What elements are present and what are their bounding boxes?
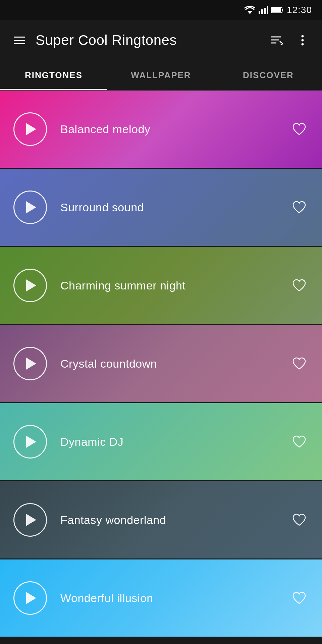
ringtone-name: Crystal countdown <box>60 357 276 370</box>
status-bar: 12:30 <box>0 0 322 20</box>
play-icon <box>26 436 36 448</box>
play-icon <box>26 592 36 604</box>
svg-rect-7 <box>272 8 281 12</box>
ringtone-name: Surround sound <box>60 201 276 214</box>
heart-icon <box>292 591 307 605</box>
svg-point-13 <box>302 43 304 46</box>
hamburger-icon <box>14 37 25 44</box>
status-icons: 12:30 <box>245 5 312 15</box>
svg-point-11 <box>302 35 304 38</box>
play-button[interactable] <box>13 112 47 146</box>
heart-icon <box>292 200 307 215</box>
ringtone-item[interactable]: Crystal countdown <box>0 325 322 402</box>
ringtone-item[interactable]: Wonderful illusion <box>0 559 322 637</box>
sort-icon <box>271 36 283 45</box>
svg-point-12 <box>302 39 304 42</box>
play-button[interactable] <box>13 425 47 459</box>
play-button[interactable] <box>13 347 47 380</box>
ringtone-item[interactable]: Surround sound <box>0 169 322 246</box>
svg-rect-4 <box>267 6 268 14</box>
svg-rect-2 <box>261 9 263 14</box>
hamburger-menu-button[interactable] <box>10 31 29 50</box>
play-button[interactable] <box>13 269 47 302</box>
signal-icon <box>259 6 268 14</box>
app-bar: Super Cool Ringtones <box>0 20 322 60</box>
ringtone-name: Fantasy wonderland <box>60 514 276 527</box>
favorite-button[interactable] <box>290 511 309 529</box>
play-icon <box>26 123 36 135</box>
wifi-icon <box>245 6 255 14</box>
play-icon <box>26 514 36 526</box>
favorite-button[interactable] <box>290 589 309 607</box>
svg-rect-6 <box>282 9 283 11</box>
ringtone-item[interactable]: Fantasy wonderland <box>0 481 322 558</box>
ringtone-name: Dynamic DJ <box>60 435 276 448</box>
play-button[interactable] <box>13 503 47 537</box>
ringtone-item[interactable]: Balanced melody <box>0 91 322 168</box>
app-title: Super Cool Ringtones <box>36 32 261 48</box>
more-options-button[interactable] <box>293 31 312 50</box>
svg-rect-1 <box>259 11 260 14</box>
heart-icon <box>292 122 307 137</box>
play-icon <box>26 279 36 291</box>
play-icon <box>26 358 36 370</box>
status-time: 12:30 <box>287 5 312 15</box>
tab-wallpaper[interactable]: WALLPAPER <box>107 60 215 90</box>
ringtone-name: Balanced melody <box>60 123 276 136</box>
battery-icon <box>271 7 283 13</box>
ringtone-item[interactable]: Dynamic DJ <box>0 403 322 480</box>
heart-icon <box>292 356 307 371</box>
heart-icon <box>292 513 307 527</box>
tab-discover[interactable]: DISCOVER <box>215 60 322 90</box>
heart-icon <box>292 278 307 293</box>
favorite-button[interactable] <box>290 432 309 451</box>
ringtone-item[interactable]: Charming summer night <box>0 247 322 324</box>
ringtone-name: Charming summer night <box>60 279 276 292</box>
favorite-button[interactable] <box>290 120 309 139</box>
favorite-button[interactable] <box>290 354 309 373</box>
tab-bar: RINGTONES WALLPAPER DISCOVER <box>0 60 322 91</box>
play-icon <box>26 201 36 213</box>
ringtone-list: Balanced melody Surround sound Charming … <box>0 91 322 637</box>
favorite-button[interactable] <box>290 276 309 295</box>
heart-icon <box>292 434 307 449</box>
sort-button[interactable] <box>268 31 286 50</box>
svg-rect-3 <box>264 8 266 14</box>
play-button[interactable] <box>13 191 47 224</box>
more-vertical-icon <box>301 35 305 46</box>
play-button[interactable] <box>13 581 47 615</box>
tab-ringtones[interactable]: RINGTONES <box>0 60 107 90</box>
svg-marker-0 <box>247 11 253 14</box>
ringtone-name: Wonderful illusion <box>60 592 276 605</box>
favorite-button[interactable] <box>290 198 309 217</box>
